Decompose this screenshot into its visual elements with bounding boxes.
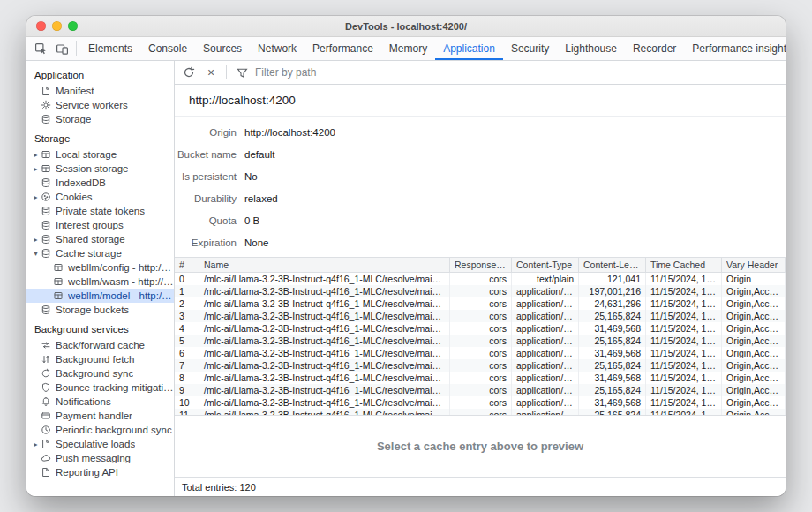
tab-elements[interactable]: Elements — [80, 37, 140, 60]
sidebar-item-session-storage[interactable]: ▸Session storage — [26, 162, 174, 176]
sidebar-item-label: IndexedDB — [56, 177, 106, 188]
sidebar-item-background-fetch[interactable]: Background fetch — [26, 352, 174, 366]
sidebar-item-service-workers[interactable]: Service workers — [26, 98, 174, 112]
sidebar-item-webllm-wasm-http-loca[interactable]: webllm/wasm - http://loca... — [26, 275, 174, 289]
metadata-label: Durability — [177, 193, 237, 204]
column-header-time-cached[interactable]: Time Cached — [646, 258, 722, 272]
disclosure-triangle-icon[interactable]: ▾ — [31, 250, 41, 258]
tab-console[interactable]: Console — [140, 37, 195, 60]
table-row[interactable]: 8/mlc-ai/Llama-3.2-3B-Instruct-q4f16_1-M… — [175, 372, 786, 384]
filter-input[interactable]: Filter by path — [255, 66, 316, 79]
metadata-row: Quota0 B — [177, 209, 786, 231]
cell-content_length: 31,469,568 — [579, 372, 646, 384]
table-row[interactable]: 1/mlc-ai/Llama-3.2-3B-Instruct-q4f16_1-M… — [175, 285, 786, 297]
column-header-content-length[interactable]: Content-Length — [579, 258, 646, 272]
tab-network[interactable]: Network — [250, 37, 304, 60]
sidebar-item-manifest[interactable]: Manifest — [26, 84, 174, 98]
disclosure-triangle-icon[interactable]: ▸ — [31, 193, 41, 201]
metadata-value: None — [244, 237, 269, 248]
metadata-value: default — [244, 149, 275, 160]
table-row[interactable]: 6/mlc-ai/Llama-3.2-3B-Instruct-q4f16_1-M… — [175, 347, 786, 359]
sidebar-item-label: Back/forward cache — [56, 340, 145, 350]
tab-label: Performance — [312, 42, 373, 55]
cell-content_length: 31,469,568 — [579, 347, 646, 359]
sidebar-item-background-sync[interactable]: Background sync — [26, 366, 174, 380]
cell-vary_header: Origin,Access… — [722, 384, 786, 396]
close-window-button[interactable] — [36, 21, 46, 31]
disclosure-triangle-icon[interactable]: ▸ — [31, 165, 41, 173]
sidebar-item-webllm-model-http-loc[interactable]: webllm/model - http://loc... — [26, 289, 174, 303]
cell-time_cached: 11/15/2024, 10… — [646, 372, 722, 384]
clear-icon[interactable]: × — [200, 62, 222, 83]
disclosure-triangle-icon[interactable]: ▸ — [31, 440, 41, 448]
table-row[interactable]: 11/mlc-ai/Llama-3.2-3B-Instruct-q4f16_1-… — [175, 409, 786, 415]
sidebar-item-bounce-tracking-mitigations[interactable]: Bounce tracking mitigations — [26, 380, 174, 395]
tab-performance[interactable]: Performance — [304, 37, 381, 60]
tab-sources[interactable]: Sources — [195, 37, 250, 60]
metadata-row: Durabilityrelaxed — [177, 187, 786, 209]
sidebar-item-webllm-config-http-loc[interactable]: webllm/config - http://loc... — [26, 260, 174, 275]
sidebar-item-interest-groups[interactable]: Interest groups — [26, 218, 174, 232]
tab-label: Application — [443, 42, 495, 55]
table-row[interactable]: 2/mlc-ai/Llama-3.2-3B-Instruct-q4f16_1-M… — [175, 297, 786, 310]
column-header-[interactable]: # — [175, 258, 199, 272]
cell-time_cached: 11/15/2024, 10… — [646, 347, 722, 359]
tab-label: Console — [148, 42, 187, 55]
column-header-response-type[interactable]: Response-Type — [450, 258, 512, 272]
sidebar-item-periodic-background-sync[interactable]: Periodic background sync — [26, 423, 174, 437]
cell-vary_header: Origin,Access… — [722, 310, 786, 322]
tab-memory[interactable]: Memory — [381, 37, 435, 60]
sidebar-item-label: Reporting API — [56, 467, 118, 478]
table-row[interactable]: 4/mlc-ai/Llama-3.2-3B-Instruct-q4f16_1-M… — [175, 322, 786, 335]
device-toolbar-icon[interactable] — [51, 38, 72, 59]
inspect-icon[interactable] — [30, 38, 51, 59]
sidebar-item-shared-storage[interactable]: ▸Shared storage — [26, 232, 174, 246]
sidebar-item-cookies[interactable]: ▸Cookies — [26, 190, 174, 204]
grid-body[interactable]: 0/mlc-ai/Llama-3.2-3B-Instruct-q4f16_1-M… — [175, 273, 786, 415]
table-row[interactable]: 10/mlc-ai/Llama-3.2-3B-Instruct-q4f16_1-… — [175, 396, 786, 409]
zoom-window-button[interactable] — [68, 21, 78, 31]
table-row[interactable]: 0/mlc-ai/Llama-3.2-3B-Instruct-q4f16_1-M… — [175, 273, 786, 285]
disclosure-triangle-icon[interactable]: ▸ — [31, 151, 41, 159]
tab-performance-insights[interactable]: Performance insights — [684, 37, 786, 60]
db-icon — [41, 234, 51, 245]
tab-label: Elements — [88, 42, 132, 55]
cell-content_type: application/oc… — [512, 384, 579, 396]
cell-content_type: application/oc… — [512, 396, 579, 409]
column-header-vary-header[interactable]: Vary Header — [722, 258, 786, 272]
sidebar-item-push-messaging[interactable]: Push messaging — [26, 451, 174, 465]
refresh-icon[interactable] — [178, 62, 199, 83]
panel-tabs: ElementsConsoleSourcesNetworkPerformance… — [80, 37, 786, 60]
metadata-row: Bucket namedefault — [177, 143, 786, 165]
sidebar-item-indexeddb[interactable]: IndexedDB — [26, 176, 174, 190]
cell-response_type: cors — [450, 359, 512, 372]
minimize-window-button[interactable] — [52, 21, 62, 31]
devtools-panel: ElementsConsoleSourcesNetworkPerformance… — [26, 37, 786, 496]
table-row[interactable]: 5/mlc-ai/Llama-3.2-3B-Instruct-q4f16_1-M… — [175, 335, 786, 347]
sidebar-item-speculative-loads[interactable]: ▸Speculative loads — [26, 437, 174, 451]
sidebar-item-storage-buckets[interactable]: Storage buckets — [26, 303, 174, 317]
column-header-content-type[interactable]: Content-Type — [512, 258, 579, 272]
table-row[interactable]: 3/mlc-ai/Llama-3.2-3B-Instruct-q4f16_1-M… — [175, 310, 786, 322]
table-row[interactable]: 7/mlc-ai/Llama-3.2-3B-Instruct-q4f16_1-M… — [175, 359, 786, 372]
sidebar-item-label: Background sync — [56, 368, 133, 379]
disclosure-triangle-icon[interactable]: ▸ — [31, 236, 41, 244]
tab-application[interactable]: Application — [435, 37, 503, 60]
cell-content_type: text/plain — [512, 273, 579, 285]
sidebar-item-notifications[interactable]: Notifications — [26, 395, 174, 409]
sidebar-item-local-storage[interactable]: ▸Local storage — [26, 147, 174, 162]
tab-security[interactable]: Security — [503, 37, 557, 60]
tab-recorder[interactable]: Recorder — [625, 37, 684, 60]
cell-content_length: 25,165,824 — [579, 310, 646, 322]
sidebar-item-back-forward-cache[interactable]: Back/forward cache — [26, 338, 174, 352]
sidebar-item-storage[interactable]: Storage — [26, 112, 174, 126]
sidebar-item-payment-handler[interactable]: Payment handler — [26, 409, 174, 423]
cell-content_length: 25,165,824 — [579, 409, 646, 415]
column-header-name[interactable]: Name — [199, 258, 450, 272]
sidebar-item-reporting-api[interactable]: Reporting API — [26, 465, 174, 479]
table-row[interactable]: 9/mlc-ai/Llama-3.2-3B-Instruct-q4f16_1-M… — [175, 384, 786, 396]
cell-vary_header: Origin,Access… — [722, 347, 786, 359]
tab-lighthouse[interactable]: Lighthouse — [557, 37, 625, 60]
sidebar-item-private-state-tokens[interactable]: Private state tokens — [26, 204, 174, 218]
sidebar-item-cache-storage[interactable]: ▾Cache storage — [26, 246, 174, 260]
